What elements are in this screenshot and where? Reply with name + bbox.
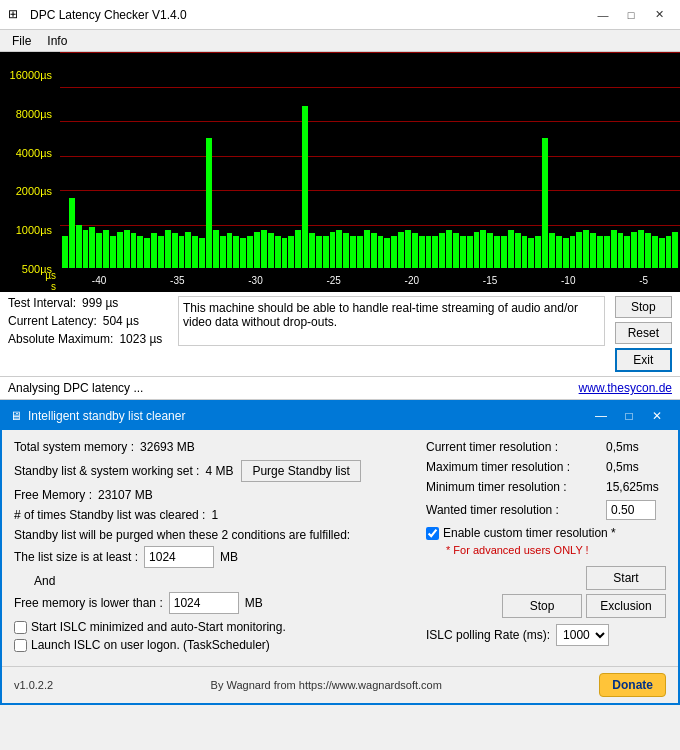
chart-bar — [179, 236, 185, 268]
chart-x-axis: -40 -35 -30 -25 -20 -15 -10 -5 — [60, 268, 680, 292]
chart-bar — [330, 232, 336, 268]
title-bar: ⊞ DPC Latency Checker V1.4.0 — □ ✕ — [0, 0, 680, 30]
chart-bar — [439, 233, 445, 268]
enable-custom-row: Enable custom timer resolution * — [426, 526, 666, 540]
chart-bar — [391, 236, 397, 268]
chart-bar — [631, 232, 637, 268]
status-message: This machine should be able to handle re… — [178, 296, 605, 346]
islc-content: Total system memory : 32693 MB Standby l… — [2, 430, 678, 666]
free-memory-row: Free Memory : 23107 MB — [14, 488, 406, 502]
free-memory-threshold-input[interactable] — [169, 592, 239, 614]
menu-bar: File Info — [0, 30, 680, 52]
app-icon: ⊞ — [8, 7, 24, 23]
chart-bar — [405, 230, 411, 268]
chart-bar — [487, 233, 493, 268]
chart-bar — [357, 236, 363, 268]
chart-bar — [261, 230, 267, 268]
chart-units: µs s — [0, 270, 60, 292]
islc-maximize-button[interactable]: □ — [616, 405, 642, 427]
wanted-timer-input[interactable] — [606, 500, 656, 520]
islc-credit: By Wagnard from https://www.wagnardsoft.… — [211, 679, 442, 691]
chart-x-label-6: -10 — [561, 275, 575, 286]
chart-bar — [316, 236, 322, 268]
free-memory-value: 23107 MB — [98, 488, 153, 502]
chart-bar — [240, 238, 246, 268]
check2-label: Launch ISLC on user logon. (TaskSchedule… — [31, 638, 270, 652]
chart-bar — [645, 233, 651, 268]
islc-version: v1.0.2.2 — [14, 679, 53, 691]
chart-area: 16000µs 8000µs 4000µs 2000µs 1000µs 500µ… — [0, 52, 680, 292]
islc-stop-button[interactable]: Stop — [502, 594, 582, 618]
chart-bar — [268, 233, 274, 268]
current-latency-label: Current Latency: — [8, 314, 97, 328]
islc-start-button[interactable]: Start — [586, 566, 666, 590]
list-size-row: The list size is at least : MB — [14, 546, 406, 568]
chart-bar — [165, 230, 171, 268]
chart-bar — [131, 233, 137, 268]
islc-right-buttons: Start Stop Exclusion — [426, 566, 666, 618]
absolute-max-row: Absolute Maximum: 1023 µs — [8, 332, 168, 346]
islc-minimize-button[interactable]: — — [588, 405, 614, 427]
polling-select[interactable]: 1000 500 2000 — [556, 624, 609, 646]
chart-y-label-0: 16000µs — [4, 69, 56, 81]
chart-bar — [460, 236, 466, 268]
exit-button[interactable]: Exit — [615, 348, 672, 372]
enable-custom-label: Enable custom timer resolution * — [443, 526, 616, 540]
chart-bar — [549, 233, 555, 268]
status-area: Test Interval: 999 µs Current Latency: 5… — [0, 292, 680, 377]
islc-close-button[interactable]: ✕ — [644, 405, 670, 427]
chart-bar — [76, 225, 82, 268]
purge-standby-button[interactable]: Purge Standby list — [241, 460, 360, 482]
donate-button[interactable]: Donate — [599, 673, 666, 697]
list-size-input[interactable] — [144, 546, 214, 568]
menu-file[interactable]: File — [4, 32, 39, 50]
islc-window: 🖥 Intelligent standby list cleaner — □ ✕… — [0, 400, 680, 705]
total-memory-row: Total system memory : 32693 MB — [14, 440, 406, 454]
chart-bar — [666, 236, 672, 268]
chart-bar — [638, 230, 644, 268]
total-memory-label: Total system memory : — [14, 440, 134, 454]
enable-custom-checkbox[interactable] — [426, 527, 439, 540]
standby-label: Standby list & system working set : — [14, 464, 199, 478]
chart-x-label-5: -15 — [483, 275, 497, 286]
total-memory-value: 32693 MB — [140, 440, 195, 454]
polling-row: ISLC polling Rate (ms): 1000 500 2000 — [426, 624, 666, 646]
chart-bar — [652, 236, 658, 268]
chart-bar — [542, 138, 548, 268]
chart-bar — [89, 227, 95, 268]
chart-bar — [336, 230, 342, 268]
status-buttons: Stop Reset Exit — [615, 296, 672, 372]
stop-button[interactable]: Stop — [615, 296, 672, 318]
wanted-timer-label: Wanted timer resolution : — [426, 503, 606, 517]
chart-bar — [124, 230, 130, 268]
max-timer-row: Maximum timer resolution : 0,5ms — [426, 460, 666, 474]
chart-bar — [117, 232, 123, 268]
chart-bar — [371, 233, 377, 268]
chart-bar — [254, 232, 260, 268]
reset-button[interactable]: Reset — [615, 322, 672, 344]
chart-bar — [233, 236, 239, 268]
start-stop-row: Start — [586, 566, 666, 590]
chart-bar — [501, 236, 507, 268]
chart-bar — [611, 230, 617, 268]
times-cleared-value: 1 — [211, 508, 218, 522]
chart-bar — [618, 233, 624, 268]
chart-bar — [158, 236, 164, 268]
analyzing-link[interactable]: www.thesycon.de — [579, 381, 672, 395]
chart-bar — [206, 138, 212, 268]
chart-bar — [624, 236, 630, 268]
close-button[interactable]: ✕ — [646, 4, 672, 26]
minimize-button[interactable]: — — [590, 4, 616, 26]
islc-exclusion-button[interactable]: Exclusion — [586, 594, 666, 618]
chart-bar — [350, 236, 356, 268]
menu-info[interactable]: Info — [39, 32, 75, 50]
title-bar-left: ⊞ DPC Latency Checker V1.4.0 — [8, 7, 187, 23]
chart-bar — [288, 236, 294, 268]
chart-bar — [185, 232, 191, 268]
maximize-button[interactable]: □ — [618, 4, 644, 26]
chart-bar — [110, 236, 116, 268]
max-timer-label: Maximum timer resolution : — [426, 460, 606, 474]
islc-title-left: 🖥 Intelligent standby list cleaner — [10, 409, 185, 423]
check2-checkbox[interactable] — [14, 639, 27, 652]
check1-checkbox[interactable] — [14, 621, 27, 634]
